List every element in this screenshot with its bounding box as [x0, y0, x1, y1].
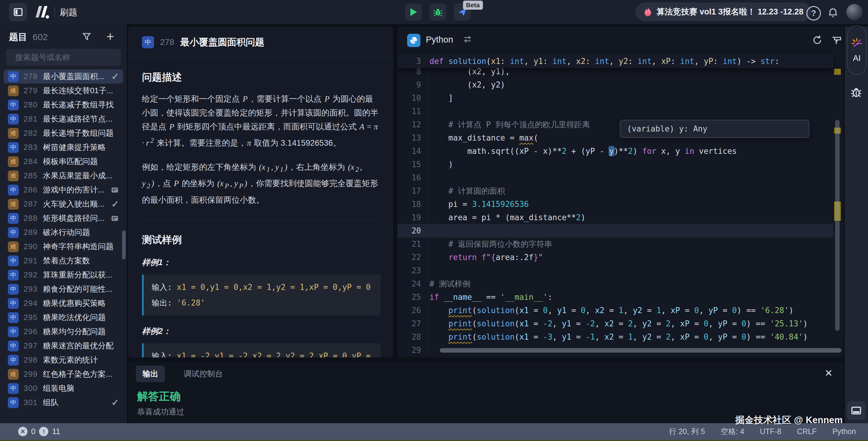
code-line[interactable]: 28 print(solution(x1 = -3, y1 = -1, x2 =… [398, 330, 833, 344]
problem-item[interactable]: 中301组队✓ [4, 396, 123, 410]
problem-item[interactable]: 中298素数元素的统计 [4, 353, 123, 367]
problem-item-number: 296 [24, 327, 41, 336]
warnings-icon: ! [39, 427, 48, 436]
difficulty-badge: 中 [8, 227, 19, 238]
code-line[interactable]: 24# 测试样例 [398, 277, 833, 291]
cursor-position[interactable]: 行 20, 列 5 [669, 427, 705, 437]
problems-indicator[interactable]: ✕ 0 ! 11 [18, 427, 60, 436]
code-line[interactable]: 21 # 返回保留两位小数的字符串 [398, 237, 833, 251]
close-output-button[interactable]: ✕ [825, 367, 833, 379]
ai-assistant-button[interactable]: AI [847, 25, 867, 75]
note-icon [111, 186, 119, 194]
code-line[interactable]: 25if __name__ == '__main__': [398, 291, 833, 304]
problem-item-title: 红色格子染色方案... [43, 369, 117, 379]
problem-item[interactable]: 中286游戏中的伤害计... [4, 183, 123, 197]
problem-item-title: 矩形棋盘路径问... [43, 213, 109, 224]
code-line[interactable]: 14 math.sqrt((xP - x)**2 + (yP - y)**2) … [398, 144, 833, 158]
editor-vertical-scrollbar[interactable] [835, 120, 840, 331]
promo-banner[interactable]: 算法竞技赛 vol1 3报名啦！ 12.23 -12.28 [636, 2, 811, 21]
ai-label: AI [853, 54, 861, 63]
error-count: 0 [31, 427, 35, 436]
code-line[interactable]: 18 pi = 3.1415926536 [398, 198, 833, 211]
code-line[interactable]: 20 [398, 224, 833, 237]
format-sparkle-icon [831, 34, 843, 46]
problem-item[interactable]: 中293粮食分配的可能性... [4, 282, 123, 296]
problem-item-title: 树苗健康提升策略 [43, 142, 117, 152]
code-line[interactable]: 3def solution(x1: int, y1: int, x2: int,… [398, 55, 779, 68]
language-switch-button[interactable] [463, 34, 472, 44]
notifications-button[interactable] [827, 6, 839, 19]
difficulty-badge: 中 [8, 284, 19, 295]
problem-item[interactable]: 难287火车驶入驶出顺...✓ [4, 197, 123, 211]
debug-button[interactable] [430, 4, 446, 21]
app-logo[interactable] [34, 5, 50, 19]
sticky-code-line[interactable]: 3def solution(x1: int, y1: int, x2: int,… [398, 54, 833, 68]
indentation[interactable]: 空格: 4 [721, 427, 744, 437]
problem-item[interactable]: 难282最长递增子数组问题 [4, 126, 123, 140]
problem-item[interactable]: 难299红色格子染色方案... [4, 367, 123, 381]
add-problem-button[interactable]: + [106, 29, 114, 44]
code-line[interactable]: 22 return f"{area:.2f}" [398, 251, 833, 264]
code-line[interactable]: 23 [398, 264, 833, 277]
problem-item-number: 292 [24, 270, 41, 280]
debug-panel-button[interactable] [850, 86, 863, 98]
console-panel-button[interactable] [847, 401, 865, 420]
sidebar-scrollbar[interactable] [122, 231, 126, 260]
sidebar-toggle-button[interactable] [9, 3, 27, 21]
code-line[interactable]: 27 print(solution(x1 = -2, y1 = -2, x2 =… [398, 317, 833, 330]
problem-item[interactable]: 中289破冰行动问题 [4, 225, 123, 239]
difficulty-badge: 难 [8, 241, 19, 252]
difficulty-badge: 中 [8, 298, 19, 309]
problem-item[interactable]: 中292算珠重新分配以获... [4, 268, 123, 282]
encoding[interactable]: UTF-8 [760, 427, 781, 436]
run-button[interactable] [405, 4, 422, 21]
help-button[interactable]: ? [806, 6, 821, 21]
search-input[interactable] [14, 53, 117, 62]
code-line[interactable]: 16 [398, 171, 833, 184]
difficulty-badge: 难 [8, 170, 19, 181]
problem-item[interactable]: 难290神奇字符串构造问题 [4, 239, 123, 254]
problem-item[interactable]: 中280最长递减子数组寻找 [4, 98, 123, 112]
code-line[interactable]: 15 ) [398, 158, 833, 171]
problem-item[interactable]: 难284模板串匹配问题 [4, 155, 123, 169]
problem-item[interactable]: 难285水果店果篮最小成... [4, 169, 123, 183]
difficulty-badge: 难 [8, 128, 19, 139]
filter-button[interactable] [82, 31, 92, 42]
problem-item[interactable]: 中296糖果均匀分配问题 [4, 325, 123, 339]
reset-code-button[interactable] [811, 34, 823, 46]
right-toolbar: AI [845, 27, 868, 423]
code-line[interactable]: 17 # 计算圆的面积 [398, 184, 833, 198]
eol-type[interactable]: CRLF [797, 427, 817, 436]
problem-item[interactable]: 中281最长递减路径节点... [4, 112, 123, 126]
problem-item[interactable]: 中278最小覆盖圆面积...✓ [4, 69, 123, 83]
user-avatar[interactable] [846, 4, 863, 20]
editor-horizontal-scrollbar[interactable] [440, 348, 841, 352]
code-line[interactable]: 9 (x2, y2) [398, 78, 833, 91]
sample1-label: 样例1： [142, 257, 380, 268]
problem-item-number: 287 [24, 199, 41, 209]
code-line[interactable]: 26 print(solution(x1 = 0, y1 = 0, x2 = 1… [398, 304, 833, 317]
difficulty-badge: 难 [8, 199, 19, 210]
sample2-block: 输入: x1 = -2,y1 = -2,x2 = 2,y2 = 2,xP = 0… [142, 343, 380, 358]
divider [54, 7, 55, 17]
topbar: 刷题 Beta 算法竞技赛 vol1 3报名啦！ 12.23 -12.28 ? [0, 0, 868, 24]
problem-item-title: 禁着点方案数 [43, 256, 117, 266]
problem-item[interactable]: 中300组装电脑 [4, 381, 123, 396]
problem-item-title: 粮食分配的可能性... [43, 284, 117, 295]
format-code-button[interactable] [831, 34, 843, 46]
code-line[interactable]: 11 [398, 105, 833, 118]
tab-debug-console[interactable]: 调试控制台 [177, 366, 229, 382]
code-line[interactable]: 19 area = pi * (max_distance**2) [398, 211, 833, 224]
problem-item[interactable]: 中291禁着点方案数 [4, 254, 123, 268]
code-line[interactable]: 10 ] [398, 91, 833, 105]
language-mode[interactable]: Python [832, 427, 856, 436]
problem-item[interactable]: 中283树苗健康提升策略 [4, 140, 123, 155]
problem-item[interactable]: 中297糖果迷宫的最优分配 [4, 339, 123, 353]
problem-item[interactable]: 中288矩形棋盘路径问... [4, 211, 123, 225]
problem-item[interactable]: 难279最长连续交替01子... [4, 83, 123, 98]
problem-item[interactable]: 中295糖果吃法优化问题 [4, 310, 123, 325]
hover-tooltip: (variable) y: Any [620, 120, 809, 138]
problem-item[interactable]: 中294糖果优惠购买策略 [4, 296, 123, 310]
tab-output[interactable]: 输出 [136, 366, 165, 382]
search-box[interactable] [6, 49, 121, 66]
